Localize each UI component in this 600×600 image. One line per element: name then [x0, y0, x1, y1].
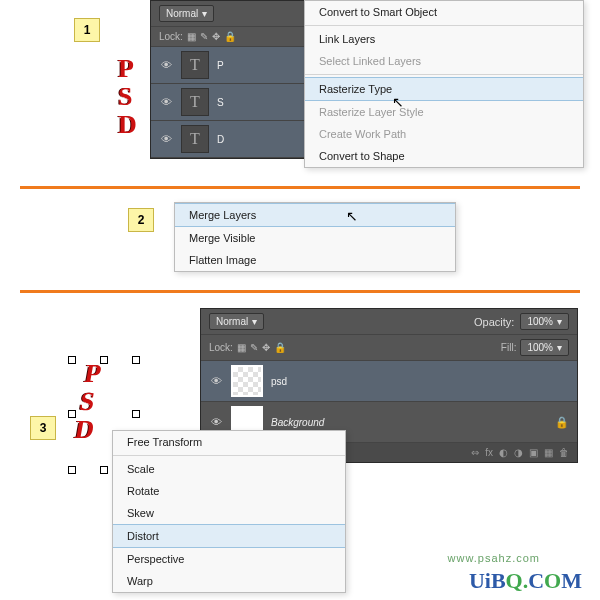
- orange-divider-2: [20, 290, 580, 293]
- lock-all-icon[interactable]: 🔒: [224, 31, 236, 42]
- layer-row-psd[interactable]: 👁 psd: [201, 361, 577, 402]
- blend-mode-value: Normal: [166, 8, 198, 19]
- orange-divider-1: [20, 186, 580, 189]
- lock-row-1: Lock: ▦ ✎ ✥ 🔒: [151, 27, 305, 47]
- logo-part: UiB: [469, 568, 506, 593]
- transform-handle[interactable]: [100, 466, 108, 474]
- menu-rasterize-style: Rasterize Layer Style: [305, 101, 583, 123]
- fx-icon[interactable]: fx: [485, 447, 493, 458]
- menu-merge-layers[interactable]: Merge Layers: [175, 203, 455, 227]
- menu-convert-shape[interactable]: Convert to Shape: [305, 145, 583, 167]
- transform-handle[interactable]: [68, 356, 76, 364]
- fill-label: Fill:: [501, 342, 517, 353]
- step-1-badge: 1: [74, 18, 100, 42]
- chevron-down-icon: ▾: [202, 8, 207, 19]
- layer-name: psd: [271, 376, 287, 387]
- opacity-value: 100%: [527, 316, 553, 327]
- context-menu-3: Free Transform Scale Rotate Skew Distort…: [112, 430, 346, 593]
- layer-name: D: [217, 134, 224, 145]
- lock-brush-icon[interactable]: ✎: [200, 31, 208, 42]
- mask-icon[interactable]: ◐: [499, 447, 508, 458]
- text-layer-thumb: T: [181, 51, 209, 79]
- site-logo: UiBQ.COM: [469, 568, 582, 594]
- psd-letter-p: P: [118, 55, 137, 83]
- watermark: www.psahz.com: [448, 552, 540, 564]
- layer-thumb-transparent: [231, 365, 263, 397]
- group-icon[interactable]: ▣: [529, 447, 538, 458]
- menu-flatten-image[interactable]: Flatten Image: [175, 249, 455, 271]
- opacity-label: Opacity:: [474, 316, 514, 328]
- transform-handle[interactable]: [68, 410, 76, 418]
- visibility-icon[interactable]: 👁: [159, 58, 173, 72]
- menu-scale[interactable]: Scale: [113, 458, 345, 480]
- menu-create-work-path: Create Work Path: [305, 123, 583, 145]
- logo-part: M: [561, 568, 582, 593]
- menu-link-layers[interactable]: Link Layers: [305, 28, 583, 50]
- logo-part: C: [528, 568, 544, 593]
- psd-letter-d: D: [118, 111, 137, 139]
- logo-part: O: [544, 568, 561, 593]
- fill-select[interactable]: 100% ▾: [520, 339, 569, 356]
- lock-brush-icon[interactable]: ✎: [250, 342, 258, 353]
- layer-row-s[interactable]: 👁 T S: [151, 84, 305, 121]
- layer-row-p[interactable]: 👁 T P: [151, 47, 305, 84]
- lock-all-icon[interactable]: 🔒: [274, 342, 286, 353]
- adjustment-icon[interactable]: ◑: [514, 447, 523, 458]
- lock-transparency-icon[interactable]: ▦: [237, 342, 246, 353]
- chevron-down-icon: ▾: [252, 316, 257, 327]
- context-menu-1: Convert to Smart Object Link Layers Sele…: [304, 0, 584, 168]
- step-3-badge: 3: [30, 416, 56, 440]
- transform-handle[interactable]: [68, 466, 76, 474]
- menu-rasterize-type[interactable]: Rasterize Type: [305, 77, 583, 101]
- menu-select-linked: Select Linked Layers: [305, 50, 583, 72]
- menu-rotate[interactable]: Rotate: [113, 480, 345, 502]
- menu-perspective[interactable]: Perspective: [113, 548, 345, 570]
- new-layer-icon[interactable]: ▦: [544, 447, 553, 458]
- psd-vertical-text-1: P S D: [118, 55, 137, 139]
- link-icon[interactable]: ⇔: [471, 447, 479, 458]
- visibility-icon[interactable]: 👁: [159, 95, 173, 109]
- transform-handle[interactable]: [132, 410, 140, 418]
- step-2-badge: 2: [128, 208, 154, 232]
- lock-label: Lock:: [209, 342, 233, 353]
- menu-merge-visible[interactable]: Merge Visible: [175, 227, 455, 249]
- menu-separator: [305, 25, 583, 26]
- visibility-icon[interactable]: 👁: [209, 374, 223, 388]
- lock-move-icon[interactable]: ✥: [262, 342, 270, 353]
- cursor-icon: ↖: [392, 94, 404, 110]
- menu-separator: [305, 74, 583, 75]
- menu-distort[interactable]: Distort: [113, 524, 345, 548]
- layer-row-d[interactable]: 👁 T D: [151, 121, 305, 158]
- chevron-down-icon: ▾: [557, 342, 562, 353]
- blend-mode-select[interactable]: Normal ▾: [159, 5, 214, 22]
- transform-handle[interactable]: [132, 356, 140, 364]
- text-layer-thumb: T: [181, 88, 209, 116]
- fill-value: 100%: [527, 342, 553, 353]
- lock-icon: 🔒: [555, 416, 569, 429]
- opacity-select[interactable]: 100% ▾: [520, 313, 569, 330]
- layers-panel-1: Normal ▾ Lock: ▦ ✎ ✥ 🔒 👁 T P 👁 T S 👁 T D: [150, 0, 306, 159]
- lock-row-3: Lock: ▦ ✎ ✥ 🔒 Fill: 100% ▾: [201, 335, 577, 361]
- layer-name: S: [217, 97, 224, 108]
- menu-free-transform[interactable]: Free Transform: [113, 431, 345, 453]
- context-menu-2: Merge Layers Merge Visible Flatten Image: [174, 202, 456, 272]
- psd-letter-s: S: [118, 83, 137, 111]
- menu-skew[interactable]: Skew: [113, 502, 345, 524]
- chevron-down-icon: ▾: [557, 316, 562, 327]
- text-layer-thumb: T: [181, 125, 209, 153]
- panel-head-3: Normal ▾ Opacity: 100% ▾: [201, 309, 577, 335]
- menu-warp[interactable]: Warp: [113, 570, 345, 592]
- visibility-icon[interactable]: 👁: [159, 132, 173, 146]
- visibility-icon[interactable]: 👁: [209, 415, 223, 429]
- trash-icon[interactable]: 🗑: [559, 447, 569, 458]
- blend-mode-value: Normal: [216, 316, 248, 327]
- lock-transparency-icon[interactable]: ▦: [187, 31, 196, 42]
- layer-name: P: [217, 60, 224, 71]
- layer-name: Background: [271, 417, 324, 428]
- panel-head-1: Normal ▾: [151, 1, 305, 27]
- blend-mode-select[interactable]: Normal ▾: [209, 313, 264, 330]
- menu-separator: [113, 455, 345, 456]
- lock-label: Lock:: [159, 31, 183, 42]
- menu-convert-smart-object[interactable]: Convert to Smart Object: [305, 1, 583, 23]
- lock-move-icon[interactable]: ✥: [212, 31, 220, 42]
